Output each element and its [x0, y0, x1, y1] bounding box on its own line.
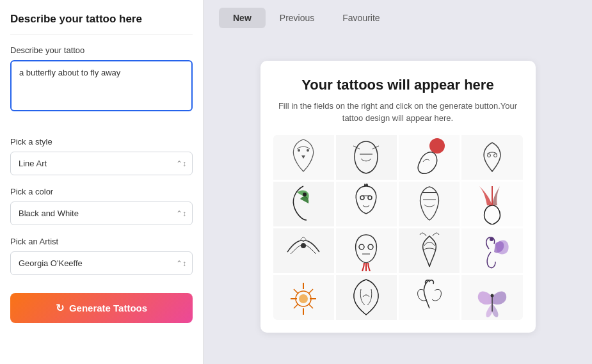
color-select[interactable]: Black and White Full Color Greyscale Mon… — [10, 202, 193, 225]
left-panel: Describe your tattoo here Describe your … — [0, 0, 204, 364]
artist-select-wrapper: Georgia O'Keeffe Salvador Dali Frida Kah… — [10, 251, 193, 275]
svg-point-7 — [368, 196, 372, 200]
artist-section: Pick an Artist Georgia O'Keeffe Salvador… — [10, 237, 193, 275]
tattoo-cell-2 — [336, 135, 397, 180]
svg-point-14 — [490, 294, 493, 297]
svg-point-4 — [493, 154, 497, 157]
panel-title: Describe your tattoo here — [10, 13, 193, 26]
right-panel: New Previous Favourite Your tattoos will… — [204, 0, 592, 364]
generate-button[interactable]: ↻ Generate Tattoos — [10, 293, 193, 323]
textarea-section: Describe your tattoo a butterfly about t… — [10, 45, 193, 125]
divider — [10, 35, 193, 35]
style-select[interactable]: Line Art Watercolor Traditional Neo-Trad… — [10, 152, 193, 175]
card-subtitle: Fill in the fields on the right and clic… — [273, 100, 523, 125]
tab-bar: New Previous Favourite — [204, 0, 592, 36]
tattoo-cell-13 — [273, 275, 334, 320]
svg-point-10 — [368, 244, 373, 249]
svg-point-3 — [487, 154, 490, 157]
gallery-area: Your tattoos will appear here Fill in th… — [204, 36, 592, 364]
tattoo-cell-7 — [399, 182, 460, 226]
tattoo-cell-14 — [336, 275, 397, 320]
tattoo-cell-15 — [399, 275, 460, 320]
artist-label: Pick an Artist — [10, 237, 193, 246]
tattoo-card: Your tattoos will appear here Fill in th… — [260, 61, 536, 333]
color-label: Pick a color — [10, 187, 193, 196]
textarea-label: Describe your tattoo — [10, 45, 193, 55]
tattoo-cell-8 — [461, 182, 522, 226]
svg-point-8 — [301, 243, 306, 248]
tattoo-cell-6 — [336, 182, 397, 226]
style-select-wrapper: Line Art Watercolor Traditional Neo-Trad… — [10, 152, 193, 175]
tattoo-cell-3 — [399, 135, 460, 180]
tattoo-cell-16 — [461, 275, 522, 320]
tattoo-cell-4 — [461, 135, 522, 180]
artist-select[interactable]: Georgia O'Keeffe Salvador Dali Frida Kah… — [10, 251, 193, 275]
style-section: Pick a style Line Art Watercolor Traditi… — [10, 137, 193, 175]
card-title: Your tattoos will appear here — [301, 76, 493, 95]
svg-point-11 — [490, 237, 493, 241]
tattoo-cell-9 — [273, 228, 334, 273]
tattoo-description-input[interactable]: a butterfly about to fly away — [10, 60, 193, 111]
svg-point-0 — [298, 149, 300, 152]
tab-favourite[interactable]: Favourite — [328, 8, 394, 28]
tab-new[interactable]: New — [219, 8, 266, 28]
svg-point-13 — [299, 294, 308, 303]
tattoo-mosaic — [273, 135, 523, 320]
svg-point-5 — [303, 193, 307, 196]
color-select-wrapper: Black and White Full Color Greyscale Mon… — [10, 202, 193, 225]
color-section: Pick a color Black and White Full Color … — [10, 187, 193, 225]
svg-point-1 — [307, 149, 309, 152]
svg-point-9 — [359, 244, 364, 249]
tattoo-cell-5 — [273, 182, 334, 226]
tattoo-cell-1 — [273, 135, 334, 180]
generate-button-label: Generate Tattoos — [69, 303, 147, 313]
tab-previous[interactable]: Previous — [266, 8, 328, 28]
svg-point-6 — [360, 196, 364, 200]
tattoo-cell-10 — [336, 228, 397, 273]
style-label: Pick a style — [10, 137, 193, 146]
tattoo-cell-12 — [461, 228, 522, 273]
svg-point-2 — [429, 138, 445, 154]
refresh-icon: ↻ — [56, 302, 64, 314]
tattoo-cell-11 — [399, 228, 460, 273]
